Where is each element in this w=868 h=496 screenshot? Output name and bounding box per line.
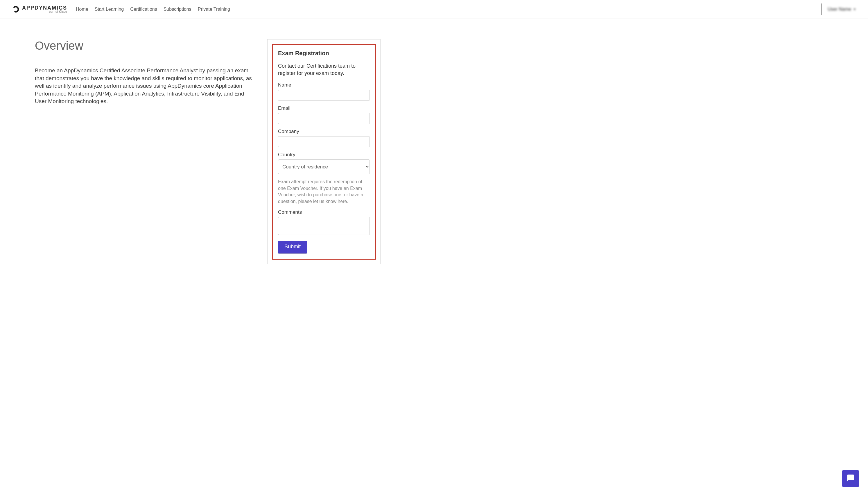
logo[interactable]: APPDYNAMICS part of Cisco bbox=[12, 5, 67, 13]
name-group: Name bbox=[278, 82, 370, 101]
overview-body: Become an AppDynamics Certified Associat… bbox=[35, 67, 255, 105]
email-input[interactable] bbox=[278, 113, 370, 124]
form-title: Exam Registration bbox=[278, 50, 370, 57]
company-input[interactable] bbox=[278, 136, 370, 147]
nav-home[interactable]: Home bbox=[76, 7, 88, 12]
voucher-help-text: Exam attempt requires the redemption of … bbox=[278, 179, 370, 205]
main-nav: Home Start Learning Certifications Subsc… bbox=[76, 7, 230, 12]
comments-label: Comments bbox=[278, 210, 370, 215]
company-group: Company bbox=[278, 129, 370, 147]
comments-group: Comments bbox=[278, 210, 370, 236]
country-label: Country bbox=[278, 152, 370, 158]
nav-subscriptions[interactable]: Subscriptions bbox=[164, 7, 191, 12]
logo-text: APPDYNAMICS part of Cisco bbox=[22, 5, 67, 13]
user-menu-dropdown[interactable]: User Name ▼ bbox=[827, 7, 856, 12]
submit-button[interactable]: Submit bbox=[278, 241, 307, 253]
logo-main-text: APPDYNAMICS bbox=[22, 5, 67, 11]
name-input[interactable] bbox=[278, 90, 370, 101]
logo-sub-text: part of Cisco bbox=[49, 11, 67, 13]
user-name-label: User Name bbox=[827, 7, 851, 12]
chevron-down-icon: ▼ bbox=[853, 7, 856, 11]
sidebar: Exam Registration Contact our Certificat… bbox=[267, 39, 381, 264]
nav-private-training[interactable]: Private Training bbox=[198, 7, 230, 12]
top-header: APPDYNAMICS part of Cisco Home Start Lea… bbox=[0, 0, 868, 19]
email-label: Email bbox=[278, 105, 370, 111]
company-label: Company bbox=[278, 129, 370, 135]
exam-registration-form: Exam Registration Contact our Certificat… bbox=[272, 44, 376, 260]
country-select[interactable]: Country of residence bbox=[278, 159, 370, 174]
overview-section: Overview Become an AppDynamics Certified… bbox=[35, 39, 255, 105]
nav-certifications[interactable]: Certifications bbox=[130, 7, 157, 12]
page-heading: Overview bbox=[35, 39, 255, 52]
name-label: Name bbox=[278, 82, 370, 88]
main-content: Overview Become an AppDynamics Certified… bbox=[0, 19, 868, 276]
country-group: Country Country of residence bbox=[278, 152, 370, 174]
comments-textarea[interactable] bbox=[278, 217, 370, 235]
email-group: Email bbox=[278, 105, 370, 124]
form-intro-text: Contact our Certifications team to regis… bbox=[278, 62, 370, 77]
appdynamics-logo-icon bbox=[12, 5, 20, 13]
user-area: User Name ▼ bbox=[822, 3, 856, 15]
nav-start-learning[interactable]: Start Learning bbox=[95, 7, 124, 12]
